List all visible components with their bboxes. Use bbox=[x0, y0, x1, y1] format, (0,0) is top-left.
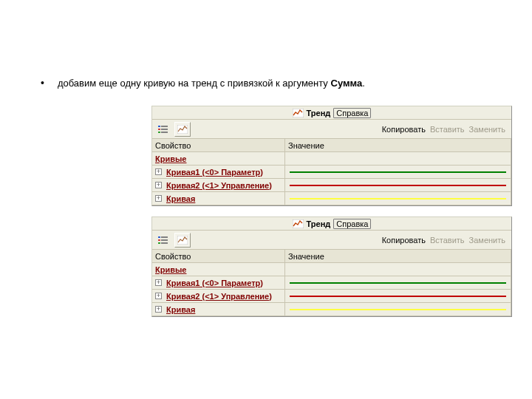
panel-title: Тренд bbox=[307, 109, 331, 117]
expand-icon[interactable]: + bbox=[155, 306, 162, 313]
svg-rect-14 bbox=[161, 242, 168, 244]
panel-toolbar: Копировать Вставить Заменить bbox=[152, 231, 511, 250]
trend-icon bbox=[293, 219, 304, 228]
svg-rect-5 bbox=[158, 132, 160, 133]
svg-rect-12 bbox=[161, 239, 168, 241]
trend-icon bbox=[293, 108, 304, 117]
expand-icon[interactable]: + bbox=[155, 279, 162, 286]
bullet-item: • добавим еще одну кривую на тренд с при… bbox=[41, 78, 510, 89]
chart-view-button[interactable] bbox=[174, 233, 191, 248]
curve-row[interactable]: + Кривая2 (<1> Управление) bbox=[152, 179, 285, 192]
properties-grid: Свойство Значение Кривые + Кривая1 (<0> … bbox=[152, 250, 511, 316]
bullet-text: добавим еще одну кривую на тренд с привя… bbox=[58, 78, 365, 89]
paste-action: Вставить bbox=[430, 236, 465, 245]
section-row[interactable]: Кривые bbox=[152, 263, 285, 276]
curve-row[interactable]: + Кривая1 (<0> Параметр) bbox=[152, 276, 285, 290]
properties-grid: Свойство Значение Кривые + Кривая1 (<0> … bbox=[152, 139, 511, 205]
svg-rect-2 bbox=[161, 126, 168, 127]
trend-properties-panel: Тренд Справка Копировать Вставить bbox=[151, 216, 512, 317]
curve-color-cell bbox=[285, 179, 511, 192]
curve-color-cell bbox=[285, 303, 511, 316]
curve-color-cell bbox=[285, 290, 511, 303]
color-swatch bbox=[290, 185, 506, 186]
replace-action: Заменить bbox=[469, 236, 505, 245]
curve-row[interactable]: + Кривая bbox=[152, 303, 285, 316]
help-button[interactable]: Справка bbox=[333, 219, 371, 229]
section-row[interactable]: Кривые bbox=[152, 152, 285, 166]
curve-row[interactable]: + Кривая1 (<0> Параметр) bbox=[152, 166, 285, 179]
color-swatch bbox=[290, 171, 506, 173]
expand-icon[interactable]: + bbox=[155, 293, 162, 299]
replace-action: Заменить bbox=[469, 125, 505, 134]
svg-rect-11 bbox=[158, 239, 160, 241]
svg-rect-4 bbox=[161, 129, 168, 130]
svg-rect-3 bbox=[158, 129, 160, 130]
column-header-property: Свойство bbox=[152, 250, 285, 263]
curve-color-cell bbox=[285, 166, 511, 179]
curve-color-cell bbox=[285, 192, 511, 205]
svg-rect-6 bbox=[161, 132, 168, 133]
panel-title: Тренд bbox=[307, 219, 331, 228]
expand-icon[interactable]: + bbox=[155, 168, 162, 175]
help-button[interactable]: Справка bbox=[333, 108, 371, 118]
copy-action[interactable]: Копировать bbox=[382, 236, 426, 245]
svg-rect-9 bbox=[158, 236, 160, 238]
column-header-property: Свойство bbox=[152, 139, 285, 152]
copy-action[interactable]: Копировать bbox=[382, 125, 426, 134]
list-view-button[interactable] bbox=[155, 122, 171, 137]
chart-view-button[interactable] bbox=[174, 122, 191, 137]
trend-properties-panel: Тренд Справка Копировать Вставить bbox=[151, 106, 512, 206]
panel-toolbar: Копировать Вставить Заменить bbox=[152, 120, 511, 139]
curve-row[interactable]: + Кривая2 (<1> Управление) bbox=[152, 290, 285, 303]
paste-action: Вставить bbox=[430, 125, 465, 134]
bullet-marker: • bbox=[41, 78, 44, 88]
svg-rect-13 bbox=[158, 242, 160, 244]
curve-color-cell bbox=[285, 276, 511, 290]
color-swatch bbox=[290, 198, 506, 200]
panel-title-bar: Тренд Справка bbox=[152, 217, 511, 231]
panel-title-bar: Тренд Справка bbox=[152, 106, 511, 120]
list-view-button[interactable] bbox=[155, 233, 171, 248]
column-header-value: Значение bbox=[285, 250, 511, 263]
expand-icon[interactable]: + bbox=[155, 182, 162, 188]
color-swatch bbox=[290, 296, 506, 297]
color-swatch bbox=[290, 282, 506, 284]
svg-rect-1 bbox=[158, 126, 160, 127]
expand-icon[interactable]: + bbox=[155, 195, 162, 202]
column-header-value: Значение bbox=[285, 139, 511, 152]
color-swatch bbox=[290, 309, 506, 310]
curve-row[interactable]: + Кривая bbox=[152, 192, 285, 205]
svg-rect-10 bbox=[161, 236, 168, 238]
